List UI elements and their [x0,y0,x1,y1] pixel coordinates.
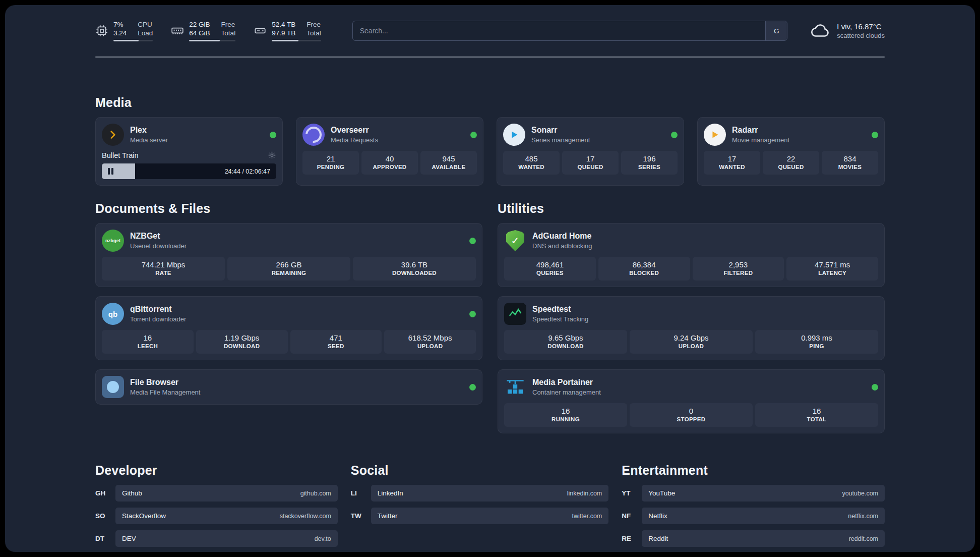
status-dot [872,132,878,138]
bookmark-name: DEV [122,535,136,542]
status-dot [469,384,476,391]
app-subtitle: Torrent downloader [130,315,186,323]
bookmark-github[interactable]: GH Github github.com [95,485,338,502]
bookmark-abbr: LI [351,489,367,497]
app-card-filebrowser: File Browser Media File Management [95,369,482,405]
section-utilities: Utilities ✓ AdGuard Home DNS and adblock… [498,200,885,433]
stat-downloaded: 39.6 TB DOWNLOADED [353,257,476,281]
app-link-qbittorrent[interactable]: qb qBittorrent Torrent downloader [102,303,476,325]
stat-value: 86,384 [600,260,688,269]
bookmark-abbr: TW [351,512,367,520]
bookmark-pill: Netflix netflix.com [642,508,885,524]
bookmark-twitter[interactable]: TW Twitter twitter.com [351,508,608,524]
app-card-adguard: ✓ AdGuard Home DNS and adblocking 498,46… [498,223,885,287]
section-documents: Documents & Files nzbget NZBGet Usenet d… [95,200,482,405]
app-subtitle: Series management [531,136,590,144]
app-name: Overseerr [331,125,378,135]
status-dot [270,132,276,138]
filebrowser-icon [102,376,124,398]
bookmark-group-entertainment: Entertainment YT YouTube youtube.com NF … [622,462,885,552]
weather-condition: scattered clouds [837,31,885,40]
speedtest-icon [504,303,526,325]
bookmark-linkedin[interactable]: LI LinkedIn linkedin.com [351,485,608,502]
app-card-plex: Plex Media server Bullet Train [95,117,283,186]
app-link-adguard[interactable]: ✓ AdGuard Home DNS and adblocking [504,230,878,252]
qbittorrent-icon: qb [102,303,124,325]
app-subtitle: Media Requests [331,136,378,144]
bookmark-dev[interactable]: DT DEV dev.to [95,530,338,547]
app-link-radarr[interactable]: Radarr Movie management [704,124,878,146]
stat-label: LEECH [104,343,192,350]
gear-icon[interactable] [268,151,276,159]
stat-value: 945 [422,154,475,163]
stat-download: 1.19 Gbps DOWNLOAD [196,330,288,354]
status-dot [470,132,477,138]
bookmark-pill: Github github.com [115,485,338,502]
app-link-speedtest[interactable]: Speedtest Speedtest Tracking [504,303,878,325]
stat-pending: 21 PENDING [302,151,359,175]
app-link-portainer[interactable]: Media Portainer Container management [504,376,878,398]
portainer-icon [504,376,526,398]
bookmark-url: twitter.com [572,513,602,520]
app-link-overseerr[interactable]: Overseerr Media Requests [302,124,477,146]
stat-latency: 47.571 ms LATENCY [786,257,878,281]
stat-value: 485 [505,154,558,163]
ram-total-value: 64 GiB [189,29,210,37]
stat-value: 834 [824,154,876,163]
bookmark-pill: Reddit reddit.com [642,530,885,547]
stat-running: 16 RUNNING [504,403,627,427]
app-link-filebrowser[interactable]: File Browser Media File Management [102,376,476,398]
bookmark-netflix[interactable]: NF Netflix netflix.com [622,508,885,524]
stat-label: RUNNING [506,416,625,423]
disk-total-value: 97.9 TB [272,29,295,37]
stat-wanted: 485 WANTED [503,151,560,175]
radarr-icon [704,124,726,146]
bookmark-pill: LinkedIn linkedin.com [371,485,608,502]
bookmark-reddit[interactable]: RE Reddit reddit.com [622,530,885,547]
top-bar: 7% 3.24 CPU Load [95,20,885,41]
bookmark-url: netflix.com [848,513,878,520]
app-card-overseerr: Overseerr Media Requests 21 PENDING 40 A… [296,117,483,186]
weather-location: Lviv, 16.87°C [837,22,885,31]
bookmark-name: YouTube [648,489,675,497]
section-title-documents: Documents & Files [95,200,482,217]
stat-rate: 744.21 Mbps RATE [102,257,225,281]
stat-value: 16 [506,406,625,416]
bookmark-abbr: SO [95,512,111,520]
stat-label: UPLOAD [386,343,474,350]
bookmark-stackoverflow[interactable]: SO StackOverflow stackoverflow.com [95,508,338,524]
app-card-sonarr: Sonarr Series management 485 WANTED 17 Q… [497,117,684,186]
stat-value: 17 [564,154,617,163]
cpu-percent: 7% [113,20,127,29]
bookmark-group-developer: Developer GH Github github.com SO StackO… [95,462,338,552]
disk-widget: 52.4 TB 97.9 TB Free Total [254,20,321,41]
search-engine-button[interactable]: G [765,21,787,40]
disk-label-bottom: Total [307,29,321,37]
app-card-portainer: Media Portainer Container management 16 … [498,369,885,433]
stat-value: 17 [706,154,758,163]
app-link-nzbget[interactable]: nzbget NZBGet Usenet downloader [102,230,476,252]
now-playing-title: Bullet Train [102,151,139,159]
pause-button[interactable] [108,168,113,175]
bookmark-url: github.com [300,490,331,497]
cpu-widget: 7% 3.24 CPU Load [95,20,153,41]
stat-label: BLOCKED [600,269,688,277]
bookmark-abbr: NF [622,512,638,520]
stat-label: QUEUED [564,163,617,171]
stat-wanted: 17 WANTED [704,151,760,175]
app-link-plex[interactable]: Plex Media server [102,124,276,146]
overseerr-icon [302,124,325,146]
bookmark-youtube[interactable]: YT YouTube youtube.com [622,485,885,502]
stat-upload: 618.52 Mbps UPLOAD [384,330,476,354]
app-link-sonarr[interactable]: Sonarr Series management [503,124,678,146]
bookmark-abbr: DT [95,535,111,542]
app-card-qbittorrent: qb qBittorrent Torrent downloader 16 LEE… [95,296,482,360]
stat-value: 1.19 Gbps [198,333,286,343]
search-input[interactable] [353,21,766,40]
stat-value: 2,953 [695,260,782,269]
ram-progress-bar [189,40,235,41]
seek-bar[interactable]: 24:44 / 02:06:47 [102,163,276,179]
ram-label-bottom: Total [221,29,236,37]
app-name: qBittorrent [130,304,186,314]
seek-progress-fill [102,163,135,179]
